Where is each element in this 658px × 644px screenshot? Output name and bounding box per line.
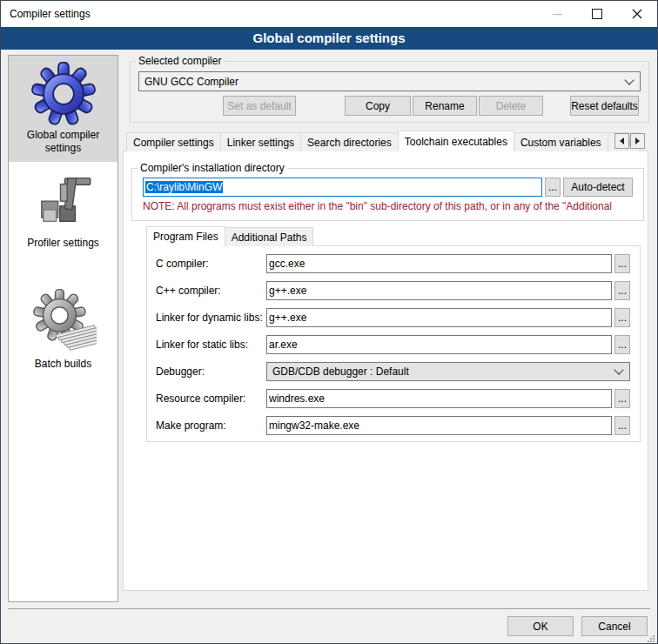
c-compiler-label: C compiler: [156,258,266,270]
sidebar-item-profiler-settings[interactable]: Profiler settings [9,167,118,257]
make-program-browse-button[interactable]: ... [614,416,630,435]
tab-search-directories[interactable]: Search directories [300,132,399,151]
rename-button[interactable]: Rename [413,96,477,116]
install-dir-input[interactable]: C:\raylib\MinGW [143,178,542,197]
note-text: NOTE: All programs must exist either in … [143,200,633,212]
c-compiler-label: C++ compiler: [156,285,266,297]
triangle-left-icon [616,138,624,144]
compiler-settings-window: Compiler settings Global compiler settin… [0,0,658,644]
settings-category-list: Global compiler settings Profiler settin… [8,55,118,602]
tab-linker-settings[interactable]: Linker settings [220,132,301,151]
linker-for-dynamic-libs-input[interactable]: g++.exe [266,308,612,327]
compiler-actions: Set as defaultCopyRenameDeleteReset defa… [131,96,648,116]
reset-defaults-button[interactable]: Reset defaults [570,96,639,116]
delete-button: Delete [479,96,543,116]
combo-value: GDB/CDB debugger : Default [272,366,615,378]
maximize-icon [592,9,602,19]
selected-compiler-group-label: Selected compiler [136,55,224,67]
input-value: g++.exe [269,312,306,324]
gear-stack-icon [30,289,97,355]
resource-compiler-label: Resource compiler: [156,392,266,405]
close-icon [632,9,642,19]
c-compiler-input[interactable]: g++.exe [266,281,612,300]
c-compiler-browse-button[interactable]: ... [614,281,630,300]
linker-for-static-libs-label: Linker for static libs: [156,339,266,351]
resource-compiler-input[interactable]: windres.exe [266,389,612,408]
form-row-c-compiler: C compiler:gcc.exe... [156,254,631,273]
form-row-debugger: Debugger:GDB/CDB debugger : Default [156,362,631,381]
program-files-panel: C compiler:gcc.exe...C++ compiler:g++.ex… [146,245,641,442]
toolchain-executables-page: Compiler's installation directory C:\ray… [123,151,648,591]
input-value: ar.exe [269,339,298,351]
compiler-select-value: GNU GCC Compiler [144,76,626,88]
minimize-icon [553,14,562,15]
main-tabs: Compiler settingsLinker settingsSearch d… [126,131,641,151]
input-value: g++.exe [269,285,306,297]
close-button[interactable] [617,1,657,27]
input-value: mingw32-make.exe [269,419,359,432]
triangle-right-icon [635,138,643,144]
compiler-select[interactable]: GNU GCC Compiler [138,71,641,91]
sidebar-item-label: Batch builds [10,358,116,371]
tab-custom-variables[interactable]: Custom variables [514,132,608,151]
maximize-button[interactable] [577,1,617,27]
blue-gear-icon [31,62,96,126]
ok-button[interactable]: OK [507,616,574,636]
debugger-label: Debugger: [156,366,266,378]
tab-program-files[interactable]: Program Files [146,226,225,246]
sidebar-item-label: Profiler settings [10,237,116,250]
tab-compiler-settings[interactable]: Compiler settings [126,132,221,151]
tab-scroll-controls [614,133,645,149]
linker-for-dynamic-libs-label: Linker for dynamic libs: [156,312,266,324]
tab-scroll-left-button[interactable] [614,133,629,149]
c-compiler-browse-button[interactable]: ... [614,254,630,273]
input-value: gcc.exe [269,258,305,270]
tab-additional-paths[interactable]: Additional Paths [225,227,314,246]
footer-divider [8,608,650,609]
sidebar-item-label: Global compiler settings [10,129,116,155]
input-value: windres.exe [269,392,325,405]
toolchain-fields: C compiler:gcc.exe...C++ compiler:g++.ex… [156,254,631,435]
install-dir-row: C:\raylib\MinGW ... Auto-detect [143,178,633,197]
program-tabstrip: Program FilesAdditional Paths [146,226,313,246]
linker-for-dynamic-libs-browse-button[interactable]: ... [614,308,630,327]
autodetect-button[interactable]: Auto-detect [563,178,633,197]
tab-scroll-right-button[interactable] [630,133,645,149]
tab-toolchain-executables[interactable]: Toolchain executables [398,131,514,151]
install-dir-group: Compiler's installation directory C:\ray… [131,162,644,221]
main-tabstrip: Compiler settingsLinker settingsSearch d… [126,131,652,151]
copy-button[interactable]: Copy [345,96,411,116]
form-row-resource-compiler: Resource compiler:windres.exe... [156,389,631,408]
form-row-linker-for-static-libs: Linker for static libs:ar.exe... [156,335,631,354]
install-dir-value: C:\raylib\MinGW [145,181,223,193]
dialog-footer: OK Cancel [507,616,648,636]
linker-for-static-libs-input[interactable]: ar.exe [266,335,612,354]
resource-compiler-browse-button[interactable]: ... [614,389,630,408]
form-row-linker-for-dynamic-libs: Linker for dynamic libs:g++.exe... [156,308,631,327]
browse-install-dir-button[interactable]: ... [545,178,561,197]
window-controls [537,1,657,27]
minimize-button [537,1,577,27]
resize-grip[interactable] [648,634,655,641]
caliper-icon [33,173,94,234]
linker-for-static-libs-browse-button[interactable]: ... [614,335,630,354]
selected-compiler-group: Selected compiler GNU GCC Compiler Set a… [130,55,649,123]
debugger-select[interactable]: GDB/CDB debugger : Default [266,362,630,381]
set-as-default-button: Set as default [223,96,296,116]
form-row-make-program: Make program:mingw32-make.exe... [156,416,631,435]
make-program-input[interactable]: mingw32-make.exe [266,416,612,435]
main-panel: Selected compiler GNU GCC Compiler Set a… [123,55,652,602]
form-row-c-compiler: C++ compiler:g++.exe... [156,281,631,300]
c-compiler-input[interactable]: gcc.exe [266,254,612,273]
sidebar-item-batch-builds[interactable]: Batch builds [9,283,118,378]
titlebar: Compiler settings [1,1,657,27]
install-dir-group-label: Compiler's installation directory [138,162,287,174]
chevron-down-icon [624,75,634,84]
cancel-button[interactable]: Cancel [581,616,648,636]
window-title: Compiler settings [1,8,91,20]
make-program-label: Make program: [156,419,266,432]
dialog-header: Global compiler settings [1,27,657,50]
sidebar-item-global-compiler-settings[interactable]: Global compiler settings [9,56,118,162]
chevron-down-icon [614,365,623,374]
resize-grip-icon [648,635,655,643]
